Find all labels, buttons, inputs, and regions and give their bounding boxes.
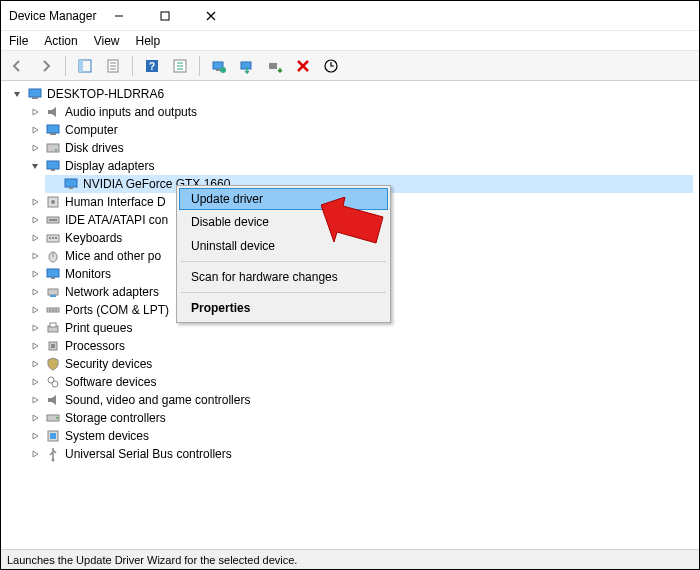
chevron-right-icon[interactable]	[29, 196, 41, 208]
tree-node[interactable]: Security devices	[27, 355, 693, 373]
close-button[interactable]	[188, 1, 234, 31]
delete-button[interactable]	[292, 55, 314, 77]
show-hide-tree-button[interactable]	[74, 55, 96, 77]
menu-help[interactable]: Help	[136, 34, 161, 48]
chevron-right-icon[interactable]	[29, 340, 41, 352]
computer-icon	[27, 86, 43, 102]
tree-node[interactable]: Computer	[27, 121, 693, 139]
speaker-icon	[45, 104, 61, 120]
context-menu-item[interactable]: Update driver	[179, 188, 388, 210]
chevron-right-icon[interactable]	[29, 106, 41, 118]
svg-rect-16	[29, 89, 41, 97]
menu-view[interactable]: View	[94, 34, 120, 48]
update-driver-button[interactable]	[208, 55, 230, 77]
disable-device-button[interactable]	[236, 55, 258, 77]
chevron-down-icon[interactable]	[29, 160, 41, 172]
uninstall-device-button[interactable]	[264, 55, 286, 77]
window-controls	[96, 1, 234, 31]
menubar: File Action View Help	[1, 31, 699, 51]
chevron-right-icon[interactable]	[29, 268, 41, 280]
hid-icon	[45, 194, 61, 210]
tree-node[interactable]: Storage controllers	[27, 409, 693, 427]
chevron-right-icon[interactable]	[29, 322, 41, 334]
cpu-icon	[45, 338, 61, 354]
keyboard-icon	[45, 230, 61, 246]
context-menu: Update driverDisable deviceUninstall dev…	[176, 185, 391, 323]
svg-rect-24	[51, 169, 55, 171]
maximize-button[interactable]	[142, 1, 188, 31]
tree-node[interactable]: Audio inputs and outputs	[27, 103, 693, 121]
minimize-button[interactable]	[96, 1, 142, 31]
svg-point-12	[220, 67, 226, 73]
tree-node-label: Mice and other po	[65, 249, 161, 263]
tree-node[interactable]: Software devices	[27, 373, 693, 391]
network-icon	[45, 284, 61, 300]
context-menu-item[interactable]: Disable device	[179, 210, 388, 234]
monitor-icon	[45, 266, 61, 282]
device-tree[interactable]: DESKTOP-HLDRRA6 Audio inputs and outputs…	[1, 81, 699, 549]
action-button[interactable]	[169, 55, 191, 77]
chevron-right-icon[interactable]	[29, 142, 41, 154]
svg-point-22	[55, 149, 57, 151]
context-menu-item[interactable]: Properties	[179, 296, 388, 320]
tree-node[interactable]: Display adapters	[27, 157, 693, 175]
chevron-right-icon[interactable]	[29, 250, 41, 262]
svg-point-42	[49, 309, 51, 311]
properties-button[interactable]	[102, 55, 124, 77]
chevron-right-icon[interactable]	[29, 376, 41, 388]
chevron-right-icon[interactable]	[29, 394, 41, 406]
tree-node-label: DESKTOP-HLDRRA6	[47, 87, 164, 101]
printer-icon	[45, 320, 61, 336]
context-menu-item[interactable]: Uninstall device	[179, 234, 388, 258]
mouse-icon	[45, 248, 61, 264]
tree-node[interactable]: Sound, video and game controllers	[27, 391, 693, 409]
context-menu-item[interactable]: Scan for hardware changes	[179, 265, 388, 289]
chevron-right-icon[interactable]	[29, 358, 41, 370]
statusbar-text: Launches the Update Driver Wizard for th…	[7, 554, 297, 566]
svg-rect-25	[65, 179, 77, 187]
tree-node-label: Keyboards	[65, 231, 122, 245]
menu-action[interactable]: Action	[44, 34, 77, 48]
tree-node[interactable]: Processors	[27, 337, 693, 355]
chevron-right-icon[interactable]	[29, 430, 41, 442]
svg-rect-34	[55, 237, 57, 239]
chevron-right-icon[interactable]	[29, 412, 41, 424]
tree-node[interactable]: Universal Serial Bus controllers	[27, 445, 693, 463]
tree-node[interactable]: System devices	[27, 427, 693, 445]
menu-file[interactable]: File	[9, 34, 28, 48]
port-icon	[45, 302, 61, 318]
chevron-right-icon[interactable]	[29, 232, 41, 244]
svg-point-28	[51, 200, 55, 204]
tree-node-label: Disk drives	[65, 141, 124, 155]
svg-rect-23	[47, 161, 59, 169]
svg-point-50	[52, 381, 58, 387]
tree-node-label: Storage controllers	[65, 411, 166, 425]
monitor-icon	[45, 158, 61, 174]
svg-point-43	[52, 309, 54, 311]
statusbar: Launches the Update Driver Wizard for th…	[1, 549, 699, 569]
menu-separator	[181, 261, 386, 262]
help-button[interactable]: ?	[141, 55, 163, 77]
tree-node-label: Human Interface D	[65, 195, 166, 209]
back-button[interactable]	[7, 55, 29, 77]
chevron-right-icon[interactable]	[29, 214, 41, 226]
svg-rect-14	[269, 63, 277, 69]
svg-rect-51	[48, 398, 52, 402]
chevron-right-icon[interactable]	[29, 286, 41, 298]
forward-button[interactable]	[35, 55, 57, 77]
chevron-right-icon[interactable]	[29, 448, 41, 460]
scan-hardware-button[interactable]	[320, 55, 342, 77]
speaker-icon	[45, 392, 61, 408]
chevron-down-icon[interactable]	[11, 88, 23, 100]
chevron-right-icon[interactable]	[29, 124, 41, 136]
usb-icon	[45, 446, 61, 462]
tree-root[interactable]: DESKTOP-HLDRRA6	[9, 85, 693, 103]
tree-node[interactable]: Disk drives	[27, 139, 693, 157]
svg-rect-11	[216, 69, 220, 71]
chevron-right-icon[interactable]	[29, 304, 41, 316]
svg-rect-33	[52, 237, 54, 239]
tree-node-label: System devices	[65, 429, 149, 443]
menu-separator	[181, 292, 386, 293]
disk-icon	[45, 140, 61, 156]
window-title: Device Manager	[9, 9, 96, 23]
